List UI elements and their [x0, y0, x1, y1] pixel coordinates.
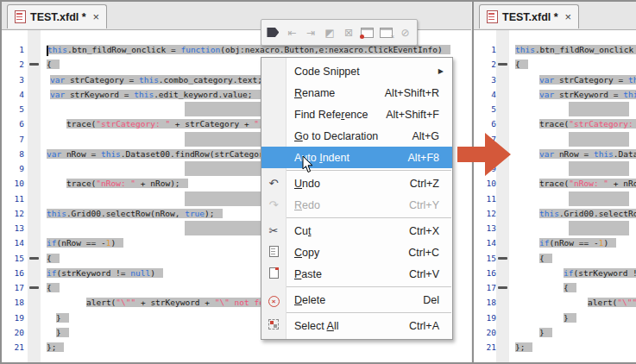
- menu-item-shortcut: Alt+F8: [408, 152, 452, 164]
- clear-bookmarks-icon[interactable]: ⊠: [341, 24, 357, 41]
- xfdl-file-icon: [487, 10, 498, 23]
- code-line[interactable]: 17{: [474, 280, 636, 295]
- cut-icon: ✂: [261, 224, 286, 237]
- next-bookmark-icon[interactable]: ⇥: [303, 24, 319, 41]
- menu-item-label: Find Reference: [286, 109, 368, 121]
- code-line[interactable]: 13: [474, 221, 636, 235]
- code-line[interactable]: 15{: [474, 251, 636, 266]
- fold-collapse-icon[interactable]: [498, 257, 507, 260]
- line-number: 11: [474, 191, 496, 206]
- menu-item-label: Redo: [286, 199, 320, 211]
- menu-item-label: Copy: [286, 247, 319, 259]
- code-line[interactable]: 2{: [474, 57, 636, 72]
- code-line[interactable]: 6trace("strCategory: " + strCategory + "…: [474, 116, 636, 131]
- menu-item-shortcut: Ctrl+A: [409, 320, 452, 332]
- line-number: 21: [2, 340, 24, 355]
- menu-item-cut[interactable]: ✂CutCtrl+X: [261, 220, 452, 242]
- line-number: 1: [2, 42, 24, 57]
- menu-item-redo[interactable]: ↷RedoCtrl+Y: [261, 194, 452, 216]
- line-number: 14: [474, 235, 496, 250]
- close-icon[interactable]: ×: [565, 11, 572, 22]
- menu-item-shortcut: Ctrl+V: [409, 268, 452, 280]
- right-tab-bar: TEST.xfdl * ×: [474, 2, 636, 30]
- close-icon[interactable]: ×: [93, 11, 100, 22]
- menu-item-code-snippet[interactable]: Code Snippet▶: [261, 60, 452, 82]
- code-line[interactable]: 20}: [474, 325, 636, 340]
- redo-icon: ↷: [261, 198, 286, 211]
- code-line[interactable]: 5: [474, 102, 636, 116]
- menu-separator: [262, 170, 451, 171]
- menu-item-auto-indent[interactable]: Auto IndentAlt+F8: [261, 147, 452, 168]
- line-number: 8: [2, 147, 24, 161]
- code-line[interactable]: 10trace("nRow: " + nRow);: [474, 176, 636, 191]
- editor-context-menu: Code Snippet▶RenameAlt+Shift+RFind Refer…: [261, 57, 453, 340]
- menu-item-shortcut: Ctrl+C: [408, 247, 452, 259]
- right-code-editor[interactable]: 1this.btn_fildRow_onclick = function(obj…: [474, 30, 636, 362]
- line-number: 4: [474, 87, 496, 102]
- menu-item-label: Cut: [286, 225, 311, 237]
- code-line[interactable]: 14if(nRow == -1): [474, 235, 636, 250]
- prev-bookmark-icon[interactable]: ⇤: [284, 24, 300, 41]
- breakpoint-icon[interactable]: [359, 24, 375, 41]
- menu-item-shortcut: Ctrl+X: [409, 225, 452, 237]
- menu-item-rename[interactable]: RenameAlt+Shift+R: [261, 82, 452, 104]
- menu-item-shortcut: Ctrl+Z: [410, 178, 452, 190]
- fold-collapse-icon[interactable]: [29, 257, 39, 260]
- menu-item-shortcut: Alt+G: [412, 130, 452, 142]
- menu-item-label: Go to Declaration: [286, 130, 378, 142]
- fold-collapse-icon[interactable]: [29, 286, 39, 289]
- fold-collapse-icon[interactable]: [498, 286, 507, 289]
- line-number: 12: [2, 206, 24, 221]
- code-line[interactable]: 11: [474, 191, 636, 206]
- clear-breakpoints-icon[interactable]: ×: [378, 24, 394, 41]
- menu-item-delete[interactable]: ×DeleteDel: [261, 289, 452, 311]
- menu-item-paste[interactable]: PasteCtrl+V: [261, 263, 452, 285]
- menu-item-label: Rename: [286, 87, 335, 99]
- before-after-arrow-icon: [457, 131, 513, 178]
- line-number: 4: [2, 87, 24, 102]
- code-line[interactable]: 18alert("\"" + strKeyword + "\" not foun…: [474, 295, 636, 310]
- menu-item-go-to-declaration[interactable]: Go to DeclarationAlt+G: [261, 125, 452, 147]
- tab-title: TEST.xfdl *: [30, 11, 86, 23]
- tab-left-test-xfdl[interactable]: TEST.xfdl * ×: [7, 4, 107, 28]
- run-to-cursor-icon[interactable]: ⊘: [397, 24, 413, 41]
- undo-icon: ↶: [261, 177, 286, 190]
- bookmark-icon[interactable]: [265, 24, 281, 41]
- line-number: 6: [474, 116, 496, 131]
- menu-item-find-reference[interactable]: Find ReferenceAlt+Shift+F: [261, 104, 452, 125]
- menu-separator: [262, 312, 451, 313]
- line-number: 18: [474, 295, 496, 310]
- line-number: 18: [2, 295, 24, 310]
- code-line[interactable]: 21};: [474, 340, 636, 355]
- select-all-icon: [261, 319, 286, 332]
- line-number: 21: [474, 340, 496, 355]
- menu-item-select-all[interactable]: Select AllCtrl+A: [261, 315, 452, 336]
- fold-collapse-icon[interactable]: [29, 63, 39, 66]
- line-number: 20: [474, 325, 496, 340]
- code-line[interactable]: 16if(strKeyword != null): [474, 266, 636, 280]
- code-line[interactable]: 1this.btn_fildRow_onclick = function(obj…: [474, 42, 636, 57]
- line-number: 13: [2, 221, 24, 235]
- code-line[interactable]: 3var strCategory = this.combo_category.t…: [474, 72, 636, 87]
- line-number: 10: [2, 176, 24, 191]
- line-number: 14: [2, 235, 24, 250]
- code-line[interactable]: 4var strKeyword = this.edit_keyword.valu…: [474, 87, 636, 102]
- line-number: 7: [2, 132, 24, 147]
- line-number: 11: [2, 191, 24, 206]
- bookmark-options-icon[interactable]: ◩: [322, 24, 338, 41]
- code-line[interactable]: 21};: [2, 340, 471, 355]
- fold-collapse-icon[interactable]: [498, 63, 507, 66]
- line-number: 3: [474, 72, 496, 87]
- line-number: 20: [2, 325, 24, 340]
- code-line[interactable]: 12this.Grid00.selectRow(nRow, true);: [474, 206, 636, 221]
- menu-separator: [262, 286, 451, 287]
- line-number: 17: [474, 280, 496, 295]
- tab-right-test-xfdl[interactable]: TEST.xfdl * ×: [479, 4, 579, 28]
- menu-item-shortcut: Ctrl+Y: [409, 199, 452, 211]
- code-line[interactable]: 19}: [474, 311, 636, 325]
- menu-item-undo[interactable]: ↶UndoCtrl+Z: [261, 173, 452, 194]
- menu-item-copy[interactable]: CopyCtrl+C: [261, 242, 452, 263]
- line-number: 3: [2, 72, 24, 87]
- xfdl-file-icon: [15, 10, 26, 23]
- menu-item-label: Code Snippet: [286, 66, 360, 78]
